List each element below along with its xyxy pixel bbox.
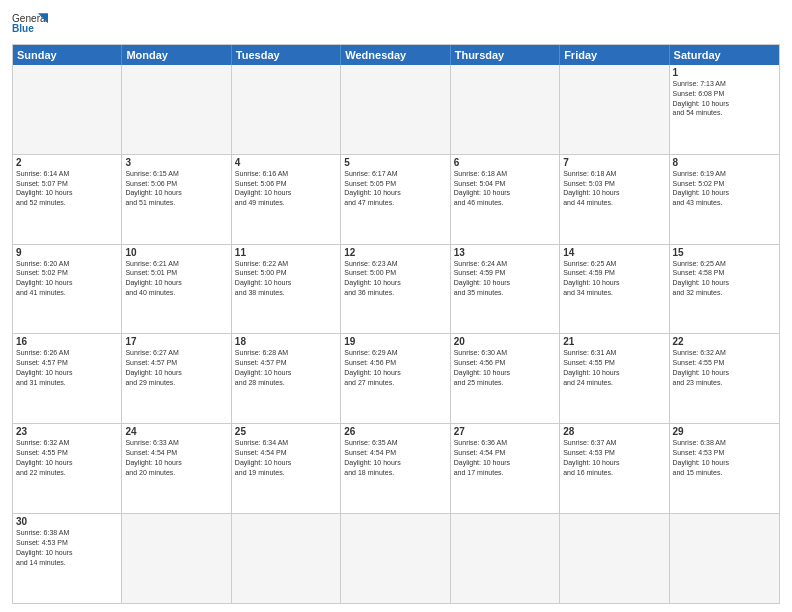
calendar-cell: 30Sunrise: 6:38 AM Sunset: 4:53 PM Dayli…: [13, 514, 122, 603]
calendar-cell: [232, 514, 341, 603]
calendar-cell: 21Sunrise: 6:31 AM Sunset: 4:55 PM Dayli…: [560, 334, 669, 423]
day-info: Sunrise: 6:21 AM Sunset: 5:01 PM Dayligh…: [125, 259, 227, 298]
day-number: 17: [125, 336, 227, 347]
day-number: 4: [235, 157, 337, 168]
day-info: Sunrise: 6:31 AM Sunset: 4:55 PM Dayligh…: [563, 348, 665, 387]
day-number: 28: [563, 426, 665, 437]
day-number: 27: [454, 426, 556, 437]
calendar-cell: 8Sunrise: 6:19 AM Sunset: 5:02 PM Daylig…: [670, 155, 779, 244]
calendar-cell: [13, 65, 122, 154]
day-info: Sunrise: 6:29 AM Sunset: 4:56 PM Dayligh…: [344, 348, 446, 387]
header-day-saturday: Saturday: [670, 45, 779, 65]
day-number: 13: [454, 247, 556, 258]
calendar-cell: [122, 514, 231, 603]
svg-text:Blue: Blue: [12, 23, 34, 34]
day-number: 12: [344, 247, 446, 258]
calendar-row-3: 16Sunrise: 6:26 AM Sunset: 4:57 PM Dayli…: [13, 334, 779, 424]
calendar-header: SundayMondayTuesdayWednesdayThursdayFrid…: [13, 45, 779, 65]
calendar-cell: 10Sunrise: 6:21 AM Sunset: 5:01 PM Dayli…: [122, 245, 231, 334]
day-info: Sunrise: 6:22 AM Sunset: 5:00 PM Dayligh…: [235, 259, 337, 298]
calendar-cell: 24Sunrise: 6:33 AM Sunset: 4:54 PM Dayli…: [122, 424, 231, 513]
calendar-cell: [122, 65, 231, 154]
logo-area: General Blue: [12, 10, 50, 38]
calendar-cell: 3Sunrise: 6:15 AM Sunset: 5:06 PM Daylig…: [122, 155, 231, 244]
day-info: Sunrise: 7:13 AM Sunset: 6:08 PM Dayligh…: [673, 79, 776, 118]
day-number: 8: [673, 157, 776, 168]
calendar-cell: 20Sunrise: 6:30 AM Sunset: 4:56 PM Dayli…: [451, 334, 560, 423]
day-number: 15: [673, 247, 776, 258]
logo-wrapper: General Blue: [12, 10, 50, 38]
calendar-cell: 11Sunrise: 6:22 AM Sunset: 5:00 PM Dayli…: [232, 245, 341, 334]
day-info: Sunrise: 6:38 AM Sunset: 4:53 PM Dayligh…: [673, 438, 776, 477]
calendar-cell: [232, 65, 341, 154]
calendar-cell: [341, 65, 450, 154]
day-info: Sunrise: 6:24 AM Sunset: 4:59 PM Dayligh…: [454, 259, 556, 298]
day-info: Sunrise: 6:16 AM Sunset: 5:06 PM Dayligh…: [235, 169, 337, 208]
day-number: 5: [344, 157, 446, 168]
page: General Blue SundayMondayTuesdayWednesda…: [0, 0, 792, 612]
calendar-cell: 28Sunrise: 6:37 AM Sunset: 4:53 PM Dayli…: [560, 424, 669, 513]
general-blue-logo: General Blue: [12, 10, 48, 38]
day-info: Sunrise: 6:32 AM Sunset: 4:55 PM Dayligh…: [16, 438, 118, 477]
day-number: 29: [673, 426, 776, 437]
day-number: 23: [16, 426, 118, 437]
header-day-wednesday: Wednesday: [341, 45, 450, 65]
day-info: Sunrise: 6:30 AM Sunset: 4:56 PM Dayligh…: [454, 348, 556, 387]
day-info: Sunrise: 6:19 AM Sunset: 5:02 PM Dayligh…: [673, 169, 776, 208]
day-info: Sunrise: 6:33 AM Sunset: 4:54 PM Dayligh…: [125, 438, 227, 477]
header-day-sunday: Sunday: [13, 45, 122, 65]
day-number: 11: [235, 247, 337, 258]
calendar-row-0: 1Sunrise: 7:13 AM Sunset: 6:08 PM Daylig…: [13, 65, 779, 155]
day-number: 3: [125, 157, 227, 168]
day-number: 6: [454, 157, 556, 168]
calendar-row-4: 23Sunrise: 6:32 AM Sunset: 4:55 PM Dayli…: [13, 424, 779, 514]
calendar-cell: 7Sunrise: 6:18 AM Sunset: 5:03 PM Daylig…: [560, 155, 669, 244]
calendar-row-5: 30Sunrise: 6:38 AM Sunset: 4:53 PM Dayli…: [13, 514, 779, 603]
day-number: 2: [16, 157, 118, 168]
calendar-cell: 12Sunrise: 6:23 AM Sunset: 5:00 PM Dayli…: [341, 245, 450, 334]
day-info: Sunrise: 6:15 AM Sunset: 5:06 PM Dayligh…: [125, 169, 227, 208]
calendar: SundayMondayTuesdayWednesdayThursdayFrid…: [12, 44, 780, 604]
calendar-cell: 2Sunrise: 6:14 AM Sunset: 5:07 PM Daylig…: [13, 155, 122, 244]
day-number: 7: [563, 157, 665, 168]
day-info: Sunrise: 6:20 AM Sunset: 5:02 PM Dayligh…: [16, 259, 118, 298]
calendar-cell: 29Sunrise: 6:38 AM Sunset: 4:53 PM Dayli…: [670, 424, 779, 513]
calendar-body: 1Sunrise: 7:13 AM Sunset: 6:08 PM Daylig…: [13, 65, 779, 603]
day-number: 22: [673, 336, 776, 347]
header-day-friday: Friday: [560, 45, 669, 65]
day-info: Sunrise: 6:25 AM Sunset: 4:58 PM Dayligh…: [673, 259, 776, 298]
header-day-monday: Monday: [122, 45, 231, 65]
calendar-cell: [670, 514, 779, 603]
day-info: Sunrise: 6:38 AM Sunset: 4:53 PM Dayligh…: [16, 528, 118, 567]
calendar-cell: [451, 65, 560, 154]
calendar-cell: 16Sunrise: 6:26 AM Sunset: 4:57 PM Dayli…: [13, 334, 122, 423]
calendar-cell: [451, 514, 560, 603]
calendar-cell: 19Sunrise: 6:29 AM Sunset: 4:56 PM Dayli…: [341, 334, 450, 423]
day-number: 26: [344, 426, 446, 437]
day-number: 20: [454, 336, 556, 347]
calendar-cell: 6Sunrise: 6:18 AM Sunset: 5:04 PM Daylig…: [451, 155, 560, 244]
calendar-cell: 22Sunrise: 6:32 AM Sunset: 4:55 PM Dayli…: [670, 334, 779, 423]
calendar-cell: [341, 514, 450, 603]
calendar-cell: 13Sunrise: 6:24 AM Sunset: 4:59 PM Dayli…: [451, 245, 560, 334]
day-number: 19: [344, 336, 446, 347]
calendar-row-2: 9Sunrise: 6:20 AM Sunset: 5:02 PM Daylig…: [13, 245, 779, 335]
calendar-cell: [560, 514, 669, 603]
day-info: Sunrise: 6:23 AM Sunset: 5:00 PM Dayligh…: [344, 259, 446, 298]
calendar-cell: 17Sunrise: 6:27 AM Sunset: 4:57 PM Dayli…: [122, 334, 231, 423]
day-info: Sunrise: 6:37 AM Sunset: 4:53 PM Dayligh…: [563, 438, 665, 477]
calendar-cell: 15Sunrise: 6:25 AM Sunset: 4:58 PM Dayli…: [670, 245, 779, 334]
day-number: 18: [235, 336, 337, 347]
calendar-cell: 18Sunrise: 6:28 AM Sunset: 4:57 PM Dayli…: [232, 334, 341, 423]
day-info: Sunrise: 6:35 AM Sunset: 4:54 PM Dayligh…: [344, 438, 446, 477]
calendar-cell: [560, 65, 669, 154]
day-number: 14: [563, 247, 665, 258]
day-info: Sunrise: 6:36 AM Sunset: 4:54 PM Dayligh…: [454, 438, 556, 477]
calendar-cell: 26Sunrise: 6:35 AM Sunset: 4:54 PM Dayli…: [341, 424, 450, 513]
day-info: Sunrise: 6:26 AM Sunset: 4:57 PM Dayligh…: [16, 348, 118, 387]
calendar-cell: 25Sunrise: 6:34 AM Sunset: 4:54 PM Dayli…: [232, 424, 341, 513]
header-day-tuesday: Tuesday: [232, 45, 341, 65]
header: General Blue: [12, 10, 780, 38]
day-number: 24: [125, 426, 227, 437]
day-number: 9: [16, 247, 118, 258]
